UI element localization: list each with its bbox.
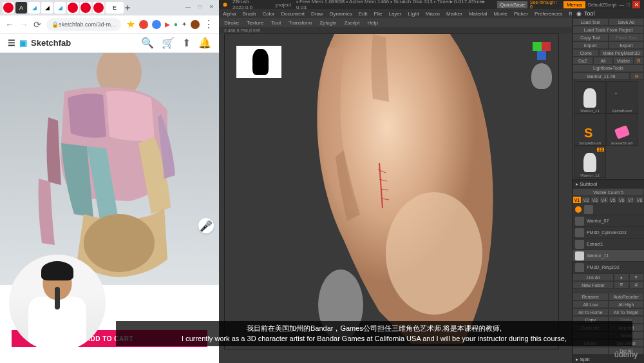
lightbox-button[interactable]: Lightbox▸Tools bbox=[573, 64, 644, 72]
ext-icon[interactable]: ✦ bbox=[182, 21, 187, 28]
menu-edit[interactable]: Edit bbox=[359, 11, 368, 17]
menus-button[interactable]: Menus bbox=[564, 1, 585, 8]
tool-simplebrush[interactable]: SSimpleBrush bbox=[574, 113, 606, 146]
canvas-thumbnail[interactable] bbox=[236, 46, 281, 78]
reload-button[interactable]: ⟳ bbox=[33, 19, 41, 30]
r-button[interactable]: R bbox=[634, 57, 644, 64]
default-script[interactable]: DefaultZScript bbox=[588, 3, 616, 7]
tab-active[interactable]: E bbox=[106, 2, 124, 14]
paste-tool-button[interactable]: Paste Tool bbox=[609, 34, 645, 41]
auto-reorder-button[interactable]: AutoReorder bbox=[609, 293, 645, 300]
tab-item[interactable] bbox=[80, 2, 91, 14]
minimize-button[interactable]: — bbox=[183, 3, 193, 10]
menu-macro[interactable]: Macro bbox=[426, 11, 440, 17]
ext-icon[interactable]: ▸ bbox=[165, 18, 170, 30]
view-gizmo[interactable] bbox=[533, 42, 551, 60]
menu-color[interactable]: Color bbox=[262, 11, 274, 17]
tool-panel-header[interactable]: ◉ Tool bbox=[573, 9, 644, 18]
all-button[interactable]: All bbox=[593, 57, 614, 64]
see-through[interactable]: See-through : 0 bbox=[530, 0, 561, 9]
quicksave-button[interactable]: QuickSave bbox=[497, 1, 527, 8]
save-as-button[interactable]: Save As bbox=[609, 18, 645, 26]
menu-file[interactable]: File bbox=[374, 11, 383, 17]
tab-item[interactable]: ◢ bbox=[54, 2, 66, 14]
vis-tab[interactable]: V4 bbox=[600, 196, 609, 204]
avatar-icon[interactable] bbox=[191, 20, 200, 29]
mic-icon[interactable]: 🎤 bbox=[198, 218, 214, 233]
tool-alphabrush[interactable]: ✦AlphaBrush bbox=[606, 81, 638, 113]
make-polymesh-button[interactable]: Make PolyMesh3D bbox=[599, 49, 644, 57]
visible-button[interactable]: Visible bbox=[613, 57, 634, 64]
cart-icon[interactable]: 🛒 bbox=[162, 37, 175, 49]
hamburger-icon[interactable]: ☰ bbox=[8, 38, 15, 48]
subtool-item[interactable]: Extract1 bbox=[573, 239, 644, 250]
submenu-transform[interactable]: Transform bbox=[289, 20, 312, 26]
bell-icon[interactable]: 🔔 bbox=[198, 37, 211, 49]
ext-icon[interactable] bbox=[139, 20, 148, 29]
close-icon[interactable]: ✕ bbox=[632, 1, 640, 8]
menu-picker[interactable]: Picker bbox=[514, 11, 528, 17]
menu-alpha[interactable]: Alpha bbox=[223, 11, 236, 17]
arrow-up[interactable]: ▴ bbox=[614, 273, 629, 281]
menu-icon[interactable]: ⋮ bbox=[204, 18, 214, 30]
close-button[interactable]: ✕ bbox=[206, 3, 216, 10]
move-up[interactable]: ⇈ bbox=[614, 281, 629, 289]
submenu-tool[interactable]: Tool bbox=[271, 20, 281, 26]
export-button[interactable]: Export bbox=[609, 41, 645, 49]
tab-item[interactable] bbox=[67, 2, 79, 14]
goz-button[interactable]: GoZ bbox=[573, 57, 593, 64]
load-from-project-button[interactable]: Load Tools From Project bbox=[573, 26, 644, 34]
subtool-item[interactable]: Warrior_07 bbox=[573, 215, 644, 227]
ext-icon[interactable] bbox=[152, 20, 161, 29]
rename-button[interactable]: Rename bbox=[573, 293, 609, 300]
submenu-zscript[interactable]: Zscript bbox=[344, 20, 359, 26]
all-high-button[interactable]: All High bbox=[609, 300, 645, 308]
tool-warrior[interactable]: Warrior_11 bbox=[574, 81, 606, 113]
move-down[interactable]: ⇊ bbox=[629, 281, 644, 289]
tab-item[interactable]: A bbox=[15, 2, 27, 14]
search-icon[interactable]: 🔍 bbox=[141, 37, 154, 49]
vis-tab[interactable]: V3 bbox=[591, 196, 600, 204]
menu-draw[interactable]: Draw bbox=[311, 11, 323, 17]
copy-tool-button[interactable]: Copy Tool bbox=[573, 34, 609, 41]
menu-document[interactable]: Document bbox=[281, 11, 305, 17]
3d-viewer[interactable]: 🎤 bbox=[0, 53, 219, 285]
vis-tab[interactable]: V7 bbox=[626, 196, 635, 204]
vis-tab[interactable]: V5 bbox=[609, 196, 618, 204]
ext-icon[interactable]: ★ bbox=[126, 18, 135, 30]
submenu-help[interactable]: Help bbox=[367, 20, 377, 26]
clone-button[interactable]: Clone bbox=[573, 49, 599, 57]
all-to-target-button[interactable]: All To Target bbox=[609, 308, 645, 316]
sketchfab-logo[interactable]: ☰ ▣ Sketchfab bbox=[8, 38, 71, 48]
menu-marker[interactable]: Marker bbox=[446, 11, 462, 17]
tab-item[interactable] bbox=[3, 2, 14, 14]
menu-layer[interactable]: Layer bbox=[388, 11, 401, 17]
submenu-stroke[interactable]: Stroke bbox=[224, 20, 239, 26]
vis-tab[interactable]: V2 bbox=[582, 196, 591, 204]
ext-icon[interactable]: ● bbox=[174, 21, 178, 28]
load-tool-button[interactable]: Load Tool bbox=[573, 18, 609, 26]
new-tab-button[interactable]: + bbox=[125, 3, 130, 13]
subtool-item[interactable]: Warrior_11 bbox=[573, 250, 644, 262]
arrow-down[interactable]: ▾ bbox=[629, 273, 644, 281]
all-to-home-button[interactable]: All To Home bbox=[573, 308, 609, 316]
tab-item[interactable]: ◢ bbox=[41, 2, 53, 14]
tool-eraserbrush[interactable]: EraserBrush bbox=[606, 113, 638, 146]
maximize-icon[interactable]: □ bbox=[627, 2, 630, 8]
menu-movie[interactable]: Movie bbox=[493, 11, 507, 17]
tab-item[interactable] bbox=[93, 2, 104, 14]
zbrush-canvas[interactable] bbox=[224, 34, 559, 349]
minimize-icon[interactable]: — bbox=[619, 2, 624, 8]
r-button-2[interactable]: R bbox=[630, 72, 645, 80]
subtool-header[interactable]: ▸ Subtool bbox=[573, 179, 644, 188]
menu-brush[interactable]: Brush bbox=[242, 11, 256, 17]
menu-material[interactable]: Material bbox=[469, 11, 487, 17]
submenu-zplugin[interactable]: Zplugin bbox=[319, 20, 336, 26]
forward-button[interactable]: → bbox=[19, 19, 28, 30]
list-all-button[interactable]: List All bbox=[573, 273, 614, 281]
subtool-item[interactable]: PM3D_Cylinder3D2 bbox=[573, 227, 644, 239]
tab-item[interactable]: ◢ bbox=[28, 2, 40, 14]
url-bar[interactable]: 🔒 sketchfab.com/3d-m... bbox=[46, 18, 121, 31]
subtool-item[interactable] bbox=[573, 204, 644, 215]
back-button[interactable]: ← bbox=[5, 19, 14, 30]
